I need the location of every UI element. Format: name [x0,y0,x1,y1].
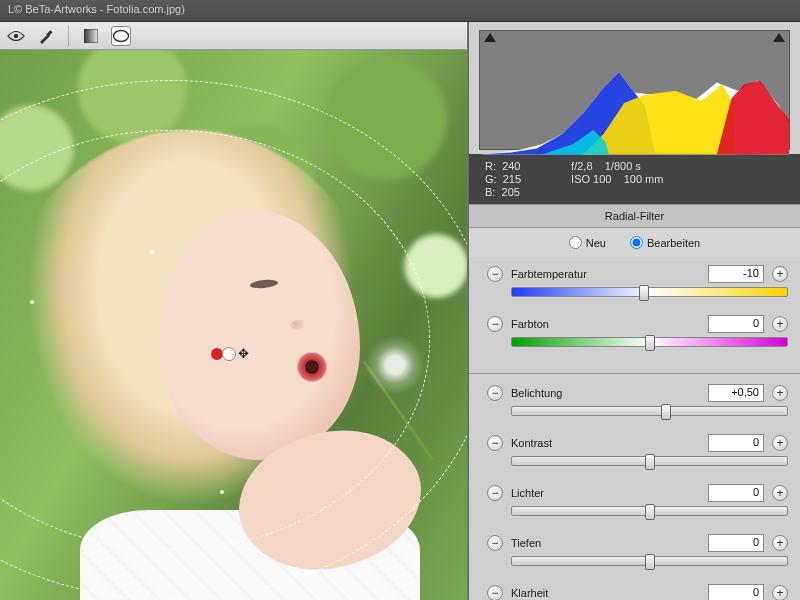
slider-row-highlights: −Lichter0+ [487,482,788,504]
slider-label: Farbtemperatur [511,268,700,280]
gradient-tool[interactable] [81,26,101,46]
image-seed [150,250,154,254]
slider-label: Farbton [511,318,700,330]
eye-tool[interactable] [6,26,26,46]
histogram-svg [480,31,789,155]
slider-value[interactable]: -10 [708,265,764,283]
slider-label: Kontrast [511,437,700,449]
readout-b: B: 205 [485,186,521,198]
slider-stack: −Farbtemperatur-10+−Farbton0+−Belichtung… [469,257,800,600]
image-viewport[interactable]: ✥ [0,50,467,600]
mode-new-label: Neu [586,237,606,249]
minus-button[interactable]: − [487,485,503,501]
image-subject-mouth [295,350,329,384]
plus-button[interactable]: + [772,585,788,600]
image-dandelion-head [360,330,430,400]
slider-track-contrast[interactable] [511,456,788,466]
slider-row-exposure: −Belichtung+0,50+ [487,382,788,404]
svg-point-0 [14,33,18,37]
svg-point-3 [114,30,129,41]
slider-value[interactable]: 0 [708,534,764,552]
readout-g: G: 215 [485,173,521,185]
slider-label: Klarheit [511,587,700,599]
slider-row-contrast: −Kontrast0+ [487,432,788,454]
slider-thumb[interactable] [645,504,655,520]
slider-thumb[interactable] [639,285,649,301]
panel-title: Radial-Filter [469,204,800,228]
plus-button[interactable]: + [772,535,788,551]
slider-row-shadows: −Tiefen0+ [487,532,788,554]
plus-button[interactable]: + [772,485,788,501]
slider-label: Belichtung [511,387,700,399]
slider-label: Lichter [511,487,700,499]
slider-track-shadows[interactable] [511,556,788,566]
window-title: L© BeTa-Artworks - Fotolia.com.jpg) [8,3,185,15]
slider-track-exposure[interactable] [511,406,788,416]
slider-value[interactable]: +0,50 [708,384,764,402]
slider-value[interactable]: 0 [708,315,764,333]
slider-track-temp[interactable] [511,287,788,297]
move-cursor-icon: ✥ [238,346,249,361]
minus-button[interactable]: − [487,435,503,451]
readout-aperture-shutter: f/2,8 1/800 s [571,160,663,172]
viewer-toolbar [0,22,467,50]
window-titlebar: L© BeTa-Artworks - Fotolia.com.jpg) [0,0,800,22]
slider-value[interactable]: 0 [708,584,764,600]
radial-filter-pin[interactable]: ✥ [210,346,249,361]
mode-radio-group: Neu Bearbeiten [469,228,800,257]
mode-new-radio[interactable]: Neu [569,236,606,249]
radial-filter-tool[interactable] [111,26,131,46]
slider-thumb[interactable] [661,404,671,420]
histogram[interactable] [479,30,790,150]
image-subject-nose [290,320,308,330]
image-seed [30,300,34,304]
minus-button[interactable]: − [487,535,503,551]
svg-rect-2 [84,29,98,43]
slider-value[interactable]: 0 [708,484,764,502]
mode-edit-label: Bearbeiten [647,237,700,249]
readout-iso-focal: ISO 100 100 mm [571,173,663,185]
slider-row-temp: −Farbtemperatur-10+ [487,263,788,285]
minus-button[interactable]: − [487,316,503,332]
plus-button[interactable]: + [772,385,788,401]
left-pane: ✥ [0,22,468,600]
slider-label: Tiefen [511,537,700,549]
plus-button[interactable]: + [772,435,788,451]
brush-tool[interactable] [36,26,56,46]
image-seed [220,490,224,494]
minus-button[interactable]: − [487,585,503,600]
right-panel: R: 240 G: 215 B: 205 f/2,8 1/800 s ISO 1… [468,22,800,600]
slider-value[interactable]: 0 [708,434,764,452]
pin-unselected-icon [222,347,236,361]
plus-button[interactable]: + [772,266,788,282]
plus-button[interactable]: + [772,316,788,332]
readout-r: R: 240 [485,160,521,172]
exif-readout: R: 240 G: 215 B: 205 f/2,8 1/800 s ISO 1… [469,154,800,204]
slider-track-highlights[interactable] [511,506,788,516]
slider-thumb[interactable] [645,554,655,570]
main-layout: ✥ R: 240 G: 215 B: 205 f/2,8 [0,22,800,600]
slider-row-tint: −Farbton0+ [487,313,788,335]
mode-edit-radio[interactable]: Bearbeiten [630,236,700,249]
minus-button[interactable]: − [487,385,503,401]
minus-button[interactable]: − [487,266,503,282]
slider-row-clarity: −Klarheit0+ [487,582,788,600]
toolbar-separator [68,26,69,46]
slider-thumb[interactable] [645,454,655,470]
slider-track-tint[interactable] [511,337,788,347]
slider-thumb[interactable] [645,335,655,351]
